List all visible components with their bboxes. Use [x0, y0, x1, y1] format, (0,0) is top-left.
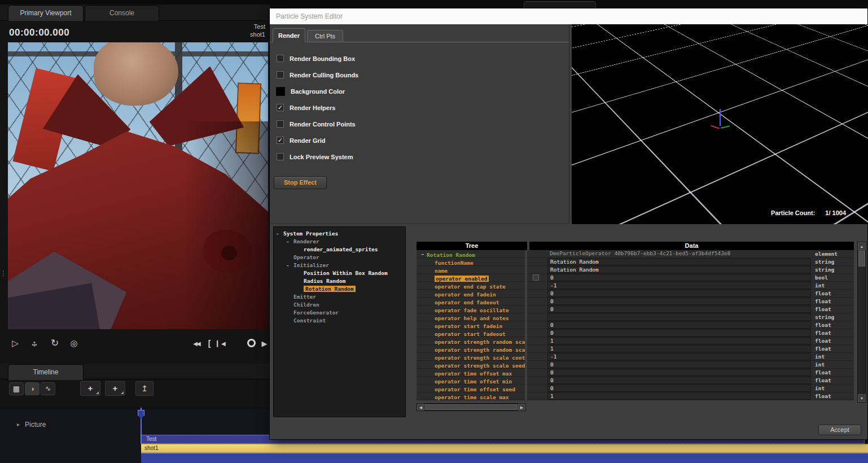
attribute-value-field[interactable] — [547, 313, 811, 321]
vertical-scroll-thumb[interactable] — [858, 251, 865, 267]
primary-viewport[interactable] — [8, 42, 268, 329]
render-option[interactable]: Background Color — [277, 83, 446, 99]
attribute-row[interactable]: operator strength random scal1float — [417, 337, 854, 345]
vertical-scrollbar[interactable]: ▲ ▼ — [857, 242, 866, 403]
attribute-row[interactable]: operator time scale max1float — [417, 392, 854, 400]
system-tree-item[interactable]: -Renderer — [274, 238, 405, 246]
tab-render[interactable]: Render — [273, 28, 305, 42]
expander-icon[interactable]: - — [276, 230, 283, 238]
attribute-value-field[interactable]: 0 — [547, 385, 811, 392]
horizontal-scroll-thumb[interactable] — [425, 404, 518, 410]
record-button[interactable] — [247, 339, 256, 347]
system-tree-item[interactable]: Operator — [274, 254, 405, 261]
column-header-tree[interactable]: Tree — [417, 242, 527, 250]
attribute-row[interactable]: -Rotation RandomDmeParticleOperator 40b7… — [417, 250, 854, 258]
horizontal-scrollbar[interactable]: ◀ ▶ — [417, 403, 526, 411]
attribute-row[interactable]: operator strength scale contro-1int — [417, 353, 854, 361]
orbit-tool-icon[interactable]: ◎ — [67, 336, 81, 351]
attribute-row[interactable]: operator end fadein0float — [417, 290, 854, 298]
system-tree-item[interactable]: Children — [274, 301, 405, 309]
attribute-value-field[interactable]: 0 — [547, 329, 811, 337]
stop-effect-button[interactable]: Stop Effect — [274, 176, 327, 189]
system-tree-item[interactable]: Constraint — [274, 317, 405, 325]
attribute-value-field[interactable]: Rotation Random — [547, 258, 811, 265]
graph-editor-mode-button[interactable]: ∿ — [41, 382, 55, 395]
tab-timeline[interactable]: Timeline — [8, 364, 84, 380]
system-tree-item[interactable]: Rotation Random — [274, 285, 405, 293]
option-checkbox[interactable] — [277, 55, 284, 62]
scroll-left-icon[interactable]: ◀ — [417, 404, 424, 410]
option-checkbox[interactable]: ✓ — [277, 137, 284, 144]
add-keyframe-button[interactable]: + — [80, 381, 100, 396]
attribute-row[interactable]: operator enabled0bool — [417, 274, 854, 282]
attribute-row[interactable]: operator time offset seed0int — [417, 385, 854, 392]
scroll-down-icon[interactable]: ▼ — [858, 394, 866, 402]
attribute-value-field[interactable]: 0 — [547, 321, 811, 329]
motion-editor-mode-button[interactable]: ◑ — [25, 382, 40, 395]
tab-primary-viewport[interactable]: Primary Viewport — [8, 5, 84, 21]
expander-icon[interactable]: - — [420, 250, 427, 257]
go-to-start-button[interactable]: ▎◀ — [214, 337, 228, 351]
render-option[interactable]: ✓Render Helpers — [277, 99, 446, 116]
attribute-value-field[interactable]: 1 — [547, 392, 811, 400]
scroll-up-icon[interactable]: ▲ — [858, 242, 866, 250]
system-tree-item[interactable]: Position Within Box Random — [274, 269, 405, 277]
attribute-value-field[interactable]: DmeParticleOperator 40b796b7-ebb3-4c21-b… — [547, 250, 811, 257]
add-clip-button[interactable]: + — [105, 381, 125, 396]
system-tree-item[interactable]: Emitter — [274, 293, 405, 301]
attribute-row[interactable]: operator strength scale seed0int — [417, 361, 854, 369]
attribute-value-field[interactable]: 1 — [547, 337, 811, 344]
render-option[interactable]: Render Control Points — [277, 116, 446, 132]
render-option[interactable]: Render Culling Bounds — [277, 67, 446, 83]
render-option[interactable]: Lock Preview System — [277, 148, 446, 165]
attribute-row[interactable]: operator start fadein0float — [417, 321, 854, 329]
clip-bracket-button[interactable]: [ — [205, 337, 213, 351]
attribute-value-field[interactable]: 0 — [547, 305, 811, 313]
attribute-row[interactable]: operator strength random scal1float — [417, 345, 854, 353]
attribute-row[interactable]: operator time offset max0float — [417, 369, 854, 377]
attribute-row[interactable]: operator time offset min0float — [417, 377, 854, 385]
rotate-tool-icon[interactable]: ↻ — [47, 336, 62, 351]
attribute-value-field[interactable]: 1 — [547, 345, 811, 352]
column-header-data[interactable]: Data — [529, 242, 854, 250]
clip-track-blue[interactable] — [141, 452, 868, 463]
expander-icon[interactable]: - — [286, 261, 293, 269]
attribute-value-field[interactable]: -1 — [547, 282, 811, 289]
system-tree-item[interactable]: Radius Random — [274, 277, 405, 285]
particle-preview-viewport[interactable]: Particle Count: 1/ 1004 — [572, 24, 868, 224]
attribute-value-field[interactable]: Rotation Random — [547, 266, 811, 273]
attribute-value-field[interactable]: 0 — [547, 377, 811, 384]
tab-ctrl-pts[interactable]: Ctrl Pts — [307, 30, 343, 42]
attribute-row[interactable]: operator help and notesstring — [417, 313, 854, 321]
option-checkbox[interactable]: ✓ — [277, 104, 284, 111]
clip-shot1[interactable]: shot1 — [141, 444, 868, 452]
attribute-value-field[interactable]: -1 — [547, 353, 811, 360]
render-option[interactable]: ✓Render Grid — [277, 132, 446, 148]
play-button[interactable]: ▶ — [260, 337, 269, 351]
background-color-swatch[interactable] — [276, 87, 285, 96]
bool-checkbox[interactable] — [533, 274, 539, 281]
tab-console[interactable]: Console — [85, 5, 159, 21]
attribute-value-field[interactable]: 0 — [547, 274, 811, 281]
attribute-row[interactable]: functionNameRotation Randomstring — [417, 258, 854, 266]
option-checkbox[interactable] — [277, 153, 284, 160]
rewind-button[interactable]: ◀◀ — [188, 337, 204, 351]
move-tool-icon[interactable]: ↔↕ — [27, 336, 42, 351]
expander-icon[interactable]: - — [286, 238, 293, 246]
attribute-row[interactable]: operator end cap state-1int — [417, 282, 854, 290]
system-tree-item[interactable]: -System Properties — [274, 230, 405, 238]
attribute-row[interactable]: nameRotation Randomstring — [417, 266, 854, 274]
window-title[interactable]: Particle System Editor — [270, 8, 867, 24]
up-one-level-button[interactable]: ↥ — [135, 381, 154, 396]
system-tree-item[interactable]: render_animated_sprites — [274, 246, 405, 254]
splitter-handle-icon[interactable]: ⋮ — [0, 270, 5, 277]
option-checkbox[interactable] — [277, 71, 284, 78]
system-tree-item[interactable]: ForceGenerator — [274, 309, 405, 317]
attribute-row[interactable]: operator fade oscillate0float — [417, 305, 854, 313]
attribute-value-field[interactable]: 0 — [547, 298, 811, 305]
track-expander-icon[interactable]: ▸ — [17, 421, 20, 427]
option-checkbox[interactable] — [277, 120, 284, 128]
attribute-row[interactable]: operator start fadeout0float — [417, 329, 854, 337]
scroll-right-icon[interactable]: ▶ — [518, 404, 525, 410]
select-tool-icon[interactable]: ▷ — [8, 336, 23, 351]
